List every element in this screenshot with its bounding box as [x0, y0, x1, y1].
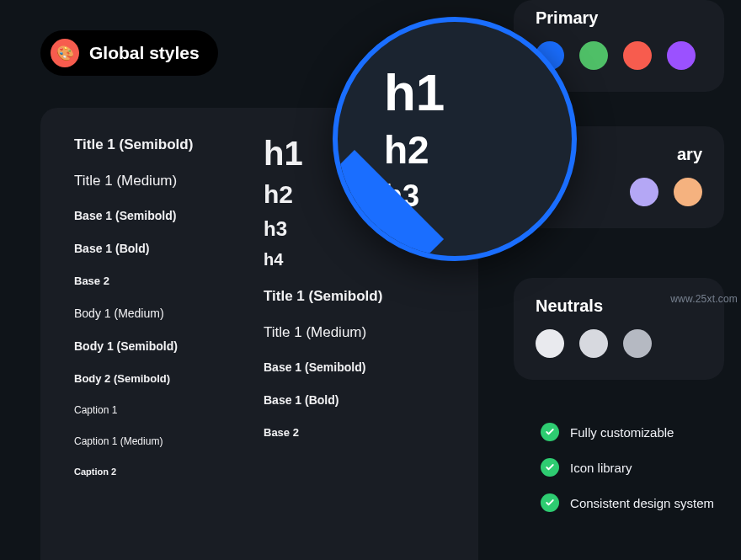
color-swatch[interactable]: [536, 329, 564, 358]
feature-item: Icon library: [541, 458, 714, 477]
swatch-row: [536, 41, 702, 70]
features-list: Fully customizable Icon library Consiste…: [541, 423, 714, 512]
typo-spec: Caption 1: [74, 404, 255, 416]
typo-spec: Title 1 (Medium): [264, 324, 445, 341]
check-icon: [541, 493, 559, 512]
feature-item: Consistent design system: [541, 493, 714, 512]
lens-heading-h1: h1: [384, 67, 572, 119]
typo-spec: Body 1 (Medium): [74, 307, 255, 320]
badge-title: Global styles: [89, 43, 200, 63]
typo-spec: Body 2 (Semibold): [74, 372, 255, 385]
typo-spec: Caption 1 (Medium): [74, 435, 255, 447]
magnifier-lens: h1 h2 h3 +: [333, 17, 577, 261]
feature-item: Fully customizable: [541, 423, 714, 441]
color-swatch[interactable]: [623, 329, 652, 358]
lens-heading-h2: h2: [384, 131, 572, 169]
check-icon: [541, 423, 559, 441]
typo-spec: Base 2: [264, 426, 445, 439]
color-swatch[interactable]: [579, 329, 608, 358]
color-swatch[interactable]: [630, 178, 658, 206]
typo-spec: Base 1 (Bold): [74, 242, 255, 255]
typography-names-column: Title 1 (Semibold) Title 1 (Medium) Base…: [74, 136, 255, 551]
typo-spec: Base 1 (Semibold): [74, 209, 255, 222]
feature-label: Icon library: [570, 461, 632, 475]
feature-label: Fully customizable: [570, 425, 674, 440]
watermark: www.25xt.com: [670, 293, 738, 305]
typo-spec: Title 1 (Medium): [74, 173, 255, 189]
color-swatch[interactable]: [674, 178, 702, 206]
color-swatch[interactable]: [667, 41, 696, 70]
typo-spec: Title 1 (Semibold): [74, 136, 255, 153]
color-swatch[interactable]: [623, 41, 652, 70]
palette-icon: 🎨: [51, 39, 79, 67]
color-swatch[interactable]: [579, 41, 608, 70]
typo-spec: Base 2: [74, 275, 255, 287]
card-title: Primary: [536, 8, 702, 28]
global-styles-badge: 🎨 Global styles: [40, 30, 218, 76]
check-icon: [541, 458, 559, 477]
feature-label: Consistent design system: [570, 496, 714, 510]
typo-spec: Base 1 (Bold): [264, 393, 445, 407]
typo-spec: Body 1 (Semibold): [74, 339, 255, 353]
swatch-row: [536, 329, 702, 358]
typo-spec: Caption 2: [74, 467, 255, 477]
typo-spec: Title 1 (Semibold): [264, 288, 445, 305]
typo-spec: Base 1 (Semibold): [264, 360, 445, 374]
